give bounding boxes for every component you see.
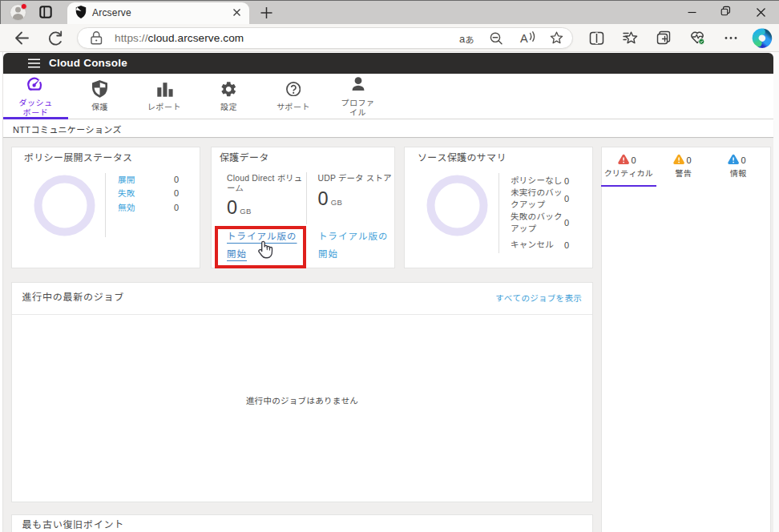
svg-text:0: 0 [741,155,746,165]
svg-text:0: 0 [686,155,691,165]
svg-text:A: A [520,32,528,45]
svg-text:あ: あ [466,33,474,46]
svg-text:0: 0 [632,155,636,165]
